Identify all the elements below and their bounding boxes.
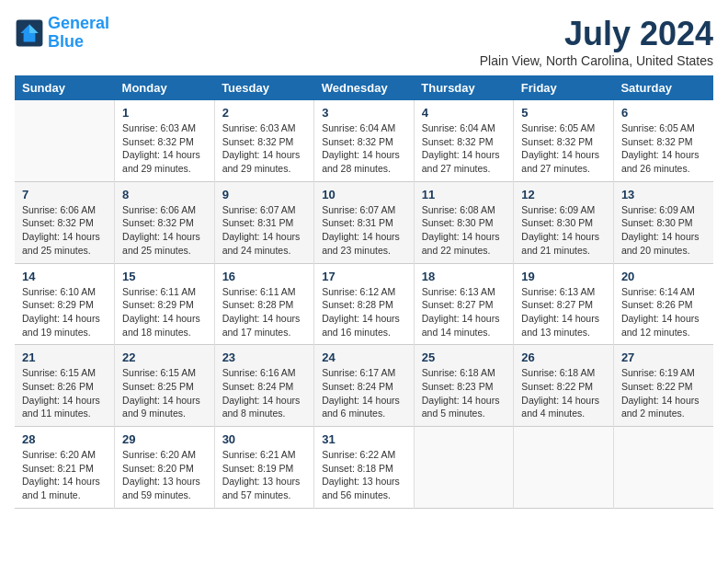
day-number: 9 — [222, 188, 307, 201]
day-number: 6 — [621, 106, 706, 120]
day-info: Sunrise: 6:09 AMSunset: 8:30 PMDaylight:… — [621, 203, 706, 258]
day-info: Sunrise: 6:21 AMSunset: 8:19 PMDaylight:… — [222, 448, 307, 502]
day-info: Sunrise: 6:16 AMSunset: 8:24 PMDaylight:… — [222, 366, 307, 420]
day-cell: 1Sunrise: 6:03 AMSunset: 8:32 PMDaylight… — [115, 100, 215, 181]
day-number: 5 — [521, 106, 606, 120]
weekday-header-monday: Monday — [115, 75, 215, 100]
day-number: 7 — [22, 188, 107, 201]
day-number: 13 — [621, 188, 706, 201]
day-info: Sunrise: 6:06 AMSunset: 8:32 PMDaylight:… — [22, 203, 107, 258]
day-info: Sunrise: 6:12 AMSunset: 8:28 PMDaylight:… — [322, 285, 406, 339]
day-number: 24 — [322, 350, 406, 364]
day-cell: 13Sunrise: 6:09 AMSunset: 8:30 PMDayligh… — [613, 181, 713, 263]
day-cell: 11Sunrise: 6:08 AMSunset: 8:30 PMDayligh… — [414, 181, 514, 263]
logo-text: General Blue — [48, 15, 109, 52]
day-cell: 8Sunrise: 6:06 AMSunset: 8:32 PMDaylight… — [115, 181, 215, 263]
day-number: 26 — [521, 350, 606, 364]
day-cell: 5Sunrise: 6:05 AMSunset: 8:32 PMDaylight… — [514, 100, 614, 181]
day-info: Sunrise: 6:11 AMSunset: 8:29 PMDaylight:… — [122, 285, 207, 339]
day-info: Sunrise: 6:11 AMSunset: 8:28 PMDaylight:… — [222, 285, 307, 339]
weekday-header-friday: Friday — [514, 75, 614, 100]
day-number: 29 — [122, 432, 207, 446]
day-cell — [414, 427, 514, 509]
day-info: Sunrise: 6:18 AMSunset: 8:23 PMDaylight:… — [422, 366, 506, 420]
weekday-header-tuesday: Tuesday — [214, 75, 314, 100]
day-info: Sunrise: 6:20 AMSunset: 8:21 PMDaylight:… — [22, 448, 107, 502]
day-number: 17 — [322, 270, 406, 283]
day-number: 2 — [222, 106, 307, 120]
day-cell: 25Sunrise: 6:18 AMSunset: 8:23 PMDayligh… — [414, 345, 514, 427]
day-cell: 10Sunrise: 6:07 AMSunset: 8:31 PMDayligh… — [314, 181, 415, 263]
day-cell: 17Sunrise: 6:12 AMSunset: 8:28 PMDayligh… — [314, 263, 415, 345]
day-info: Sunrise: 6:10 AMSunset: 8:29 PMDaylight:… — [22, 285, 107, 339]
week-row-2: 7Sunrise: 6:06 AMSunset: 8:32 PMDaylight… — [15, 181, 713, 263]
day-info: Sunrise: 6:03 AMSunset: 8:32 PMDaylight:… — [222, 121, 307, 176]
day-info: Sunrise: 6:13 AMSunset: 8:27 PMDaylight:… — [422, 285, 506, 339]
day-number: 14 — [22, 270, 107, 283]
day-cell: 16Sunrise: 6:11 AMSunset: 8:28 PMDayligh… — [214, 263, 314, 345]
calendar-title: July 2024 — [480, 15, 713, 53]
day-cell: 2Sunrise: 6:03 AMSunset: 8:32 PMDaylight… — [214, 100, 314, 181]
day-cell: 31Sunrise: 6:22 AMSunset: 8:18 PMDayligh… — [314, 427, 415, 509]
day-info: Sunrise: 6:08 AMSunset: 8:30 PMDaylight:… — [422, 203, 506, 258]
day-number: 30 — [222, 432, 307, 446]
day-cell: 7Sunrise: 6:06 AMSunset: 8:32 PMDaylight… — [15, 181, 115, 263]
day-number: 3 — [322, 106, 406, 120]
weekday-header-saturday: Saturday — [613, 75, 713, 100]
day-cell: 20Sunrise: 6:14 AMSunset: 8:26 PMDayligh… — [613, 263, 713, 345]
day-cell: 26Sunrise: 6:18 AMSunset: 8:22 PMDayligh… — [514, 345, 614, 427]
day-number: 23 — [222, 350, 307, 364]
weekday-header-row: SundayMondayTuesdayWednesdayThursdayFrid… — [15, 75, 713, 100]
logo: General Blue — [15, 15, 109, 52]
calendar-table: SundayMondayTuesdayWednesdayThursdayFrid… — [15, 75, 713, 509]
day-info: Sunrise: 6:07 AMSunset: 8:31 PMDaylight:… — [222, 203, 307, 258]
day-number: 31 — [322, 432, 406, 446]
day-info: Sunrise: 6:09 AMSunset: 8:30 PMDaylight:… — [521, 203, 606, 258]
day-info: Sunrise: 6:06 AMSunset: 8:32 PMDaylight:… — [122, 203, 207, 258]
day-number: 10 — [322, 188, 406, 201]
week-row-5: 28Sunrise: 6:20 AMSunset: 8:21 PMDayligh… — [15, 427, 713, 509]
calendar-subtitle: Plain View, North Carolina, United State… — [480, 53, 713, 68]
day-info: Sunrise: 6:15 AMSunset: 8:25 PMDaylight:… — [122, 366, 207, 420]
day-cell: 6Sunrise: 6:05 AMSunset: 8:32 PMDaylight… — [613, 100, 713, 181]
day-info: Sunrise: 6:20 AMSunset: 8:20 PMDaylight:… — [122, 448, 207, 502]
logo-line2: Blue — [48, 32, 84, 51]
day-number: 22 — [122, 350, 207, 364]
day-cell — [514, 427, 614, 509]
day-cell: 19Sunrise: 6:13 AMSunset: 8:27 PMDayligh… — [514, 263, 614, 345]
week-row-4: 21Sunrise: 6:15 AMSunset: 8:26 PMDayligh… — [15, 345, 713, 427]
day-info: Sunrise: 6:05 AMSunset: 8:32 PMDaylight:… — [621, 121, 706, 176]
day-number: 18 — [422, 270, 506, 283]
day-info: Sunrise: 6:17 AMSunset: 8:24 PMDaylight:… — [322, 366, 406, 420]
logo-icon — [15, 18, 44, 48]
day-cell: 29Sunrise: 6:20 AMSunset: 8:20 PMDayligh… — [115, 427, 215, 509]
page-header: General Blue July 2024 Plain View, North… — [15, 15, 713, 68]
day-cell: 3Sunrise: 6:04 AMSunset: 8:32 PMDaylight… — [314, 100, 415, 181]
day-number: 25 — [422, 350, 506, 364]
week-row-1: 1Sunrise: 6:03 AMSunset: 8:32 PMDaylight… — [15, 100, 713, 181]
weekday-header-thursday: Thursday — [414, 75, 514, 100]
day-cell: 14Sunrise: 6:10 AMSunset: 8:29 PMDayligh… — [15, 263, 115, 345]
day-cell: 9Sunrise: 6:07 AMSunset: 8:31 PMDaylight… — [214, 181, 314, 263]
logo-line1: General — [48, 14, 109, 32]
day-number: 16 — [222, 270, 307, 283]
day-info: Sunrise: 6:18 AMSunset: 8:22 PMDaylight:… — [521, 366, 606, 420]
day-number: 4 — [422, 106, 506, 120]
day-info: Sunrise: 6:03 AMSunset: 8:32 PMDaylight:… — [122, 121, 207, 176]
title-area: July 2024 Plain View, North Carolina, Un… — [480, 15, 713, 68]
day-info: Sunrise: 6:14 AMSunset: 8:26 PMDaylight:… — [621, 285, 706, 339]
day-cell: 12Sunrise: 6:09 AMSunset: 8:30 PMDayligh… — [514, 181, 614, 263]
day-cell: 28Sunrise: 6:20 AMSunset: 8:21 PMDayligh… — [15, 427, 115, 509]
day-number: 12 — [521, 188, 606, 201]
day-info: Sunrise: 6:04 AMSunset: 8:32 PMDaylight:… — [322, 121, 406, 176]
day-number: 20 — [621, 270, 706, 283]
day-info: Sunrise: 6:04 AMSunset: 8:32 PMDaylight:… — [422, 121, 506, 176]
day-cell: 18Sunrise: 6:13 AMSunset: 8:27 PMDayligh… — [414, 263, 514, 345]
day-cell: 15Sunrise: 6:11 AMSunset: 8:29 PMDayligh… — [115, 263, 215, 345]
day-cell: 30Sunrise: 6:21 AMSunset: 8:19 PMDayligh… — [214, 427, 314, 509]
day-info: Sunrise: 6:15 AMSunset: 8:26 PMDaylight:… — [22, 366, 107, 420]
weekday-header-sunday: Sunday — [15, 75, 115, 100]
day-info: Sunrise: 6:22 AMSunset: 8:18 PMDaylight:… — [322, 448, 406, 502]
day-cell: 24Sunrise: 6:17 AMSunset: 8:24 PMDayligh… — [314, 345, 415, 427]
week-row-3: 14Sunrise: 6:10 AMSunset: 8:29 PMDayligh… — [15, 263, 713, 345]
